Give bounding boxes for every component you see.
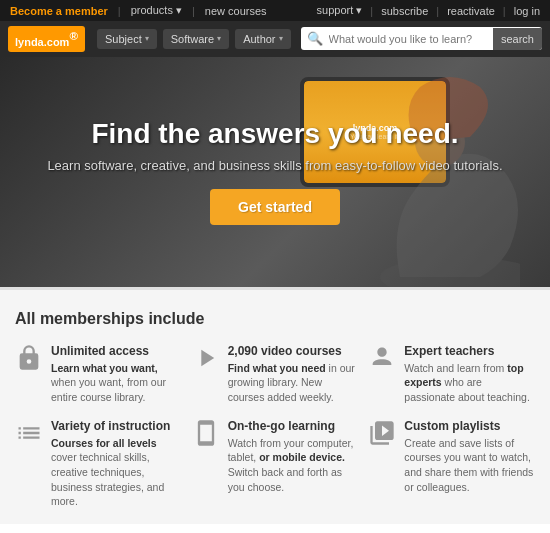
feature-video-courses: 2,090 video courses Find what you need i…	[192, 344, 359, 405]
feature-playlists: Custom playlists Create and save lists o…	[368, 419, 535, 509]
chevron-down-icon: ▾	[279, 34, 283, 43]
author-menu[interactable]: Author ▾	[235, 29, 290, 49]
hero-title: Find the answers you need.	[47, 118, 502, 150]
hero-content: Find the answers you need. Learn softwar…	[27, 98, 522, 245]
chevron-down-icon: ▾	[217, 34, 221, 43]
become-member-link[interactable]: Become a member	[10, 5, 108, 17]
top-bar-left: Become a member | products ▾ | new cours…	[10, 4, 267, 17]
top-bar: Become a member | products ▾ | new cours…	[0, 0, 550, 21]
hero-subtitle: Learn software, creative, and business s…	[47, 158, 502, 173]
lock-icon	[15, 344, 43, 372]
feature-title: 2,090 video courses	[228, 344, 359, 358]
search-button[interactable]: search	[493, 28, 542, 50]
login-link[interactable]: log in	[514, 5, 540, 17]
hero-section: lynda.com You can learn it. Find the ans…	[0, 57, 550, 287]
feature-desc: Watch and learn from top experts who are…	[404, 361, 535, 405]
support-link[interactable]: support ▾	[317, 4, 363, 17]
feature-desc: Courses for all levels cover technical s…	[51, 436, 182, 509]
chevron-down-icon: ▾	[145, 34, 149, 43]
search-bar: 🔍 search	[301, 27, 542, 50]
feature-desc: Find what you need in our growing librar…	[228, 361, 359, 405]
variety-icon	[15, 419, 43, 447]
feature-on-the-go: On-the-go learning Watch from your compu…	[192, 419, 359, 509]
feature-variety: Variety of instruction Courses for all l…	[15, 419, 182, 509]
top-bar-right: support ▾ | subscribe | reactivate | log…	[317, 4, 540, 17]
products-link[interactable]: products ▾	[131, 4, 182, 17]
new-courses-link[interactable]: new courses	[205, 5, 267, 17]
feature-expert-teachers: Expert teachers Watch and learn from top…	[368, 344, 535, 405]
feature-title: Expert teachers	[404, 344, 535, 358]
get-started-button[interactable]: Get started	[210, 189, 340, 225]
search-input[interactable]	[329, 29, 493, 49]
play-icon	[192, 344, 220, 372]
feature-title: On-the-go learning	[228, 419, 359, 433]
teacher-icon	[368, 344, 396, 372]
features-title: All memberships include	[15, 310, 535, 328]
feature-title: Unlimited access	[51, 344, 182, 358]
subscribe-link[interactable]: subscribe	[381, 5, 428, 17]
reactivate-link[interactable]: reactivate	[447, 5, 495, 17]
feature-desc: Learn what you want, when you want, from…	[51, 361, 182, 405]
subject-menu[interactable]: Subject ▾	[97, 29, 157, 49]
features-section: All memberships include Unlimited access…	[0, 287, 550, 525]
nav-bar: lynda.com® Subject ▾ Software ▾ Author ▾…	[0, 21, 550, 57]
features-grid: Unlimited access Learn what you want, wh…	[15, 344, 535, 510]
software-menu[interactable]: Software ▾	[163, 29, 229, 49]
feature-unlimited-access: Unlimited access Learn what you want, wh…	[15, 344, 182, 405]
search-icon: 🔍	[301, 27, 329, 50]
feature-desc: Create and save lists of courses you wan…	[404, 436, 535, 495]
mobile-icon	[192, 419, 220, 447]
feature-desc: Watch from your computer, tablet, or mob…	[228, 436, 359, 495]
site-logo[interactable]: lynda.com®	[8, 26, 85, 52]
feature-title: Custom playlists	[404, 419, 535, 433]
feature-title: Variety of instruction	[51, 419, 182, 433]
playlist-icon	[368, 419, 396, 447]
